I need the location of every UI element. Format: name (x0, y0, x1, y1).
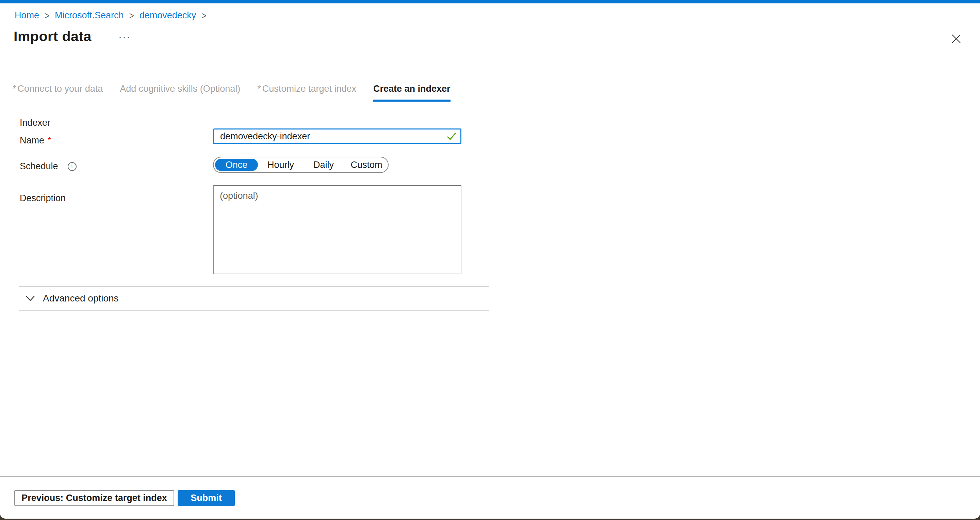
previous-step-button[interactable]: Previous: Customize target index (14, 490, 174, 506)
tab-label: Create an indexer (373, 84, 450, 94)
breadcrumb-demovedecky-link[interactable]: demovedecky (140, 10, 196, 21)
indexer-section-title: Indexer (20, 117, 50, 128)
divider (19, 310, 489, 311)
schedule-option-hourly[interactable]: Hourly (259, 157, 302, 172)
close-icon[interactable] (950, 33, 962, 45)
indexer-name-field (213, 128, 461, 144)
advanced-options-label: Advanced options (43, 293, 119, 304)
name-field-label: Name * (20, 135, 51, 146)
tab-connect-to-your-data[interactable]: *Connect to your data (13, 84, 103, 101)
description-textarea[interactable] (213, 185, 461, 274)
import-data-panel: Home > Microsoft.Search > demovedecky > … (0, 0, 980, 518)
submit-button[interactable]: Submit (178, 490, 235, 506)
chevron-down-icon (25, 295, 35, 301)
advanced-options-expander[interactable]: Advanced options (25, 292, 119, 305)
name-label-text: Name (20, 135, 44, 146)
description-field-label: Description (20, 193, 66, 204)
tab-customize-target-index[interactable]: *Customize target index (257, 84, 356, 101)
schedule-option-daily[interactable]: Daily (302, 157, 345, 172)
azure-top-accent-bar (0, 0, 980, 3)
schedule-option-label: Hourly (267, 160, 294, 170)
schedule-toggle-group: Once Hourly Daily Custom (213, 157, 388, 173)
tab-label: Connect to your data (18, 84, 103, 94)
breadcrumb-microsoft-search-link[interactable]: Microsoft.Search (55, 10, 124, 21)
wizard-tabs: *Connect to your data Add cognitive skil… (13, 84, 450, 101)
schedule-option-once[interactable]: Once (214, 157, 259, 172)
schedule-field-label: Schedule i (20, 161, 76, 172)
schedule-option-label: Daily (313, 160, 334, 170)
breadcrumb: Home > Microsoft.Search > demovedecky > (14, 10, 212, 21)
tab-add-cognitive-skills[interactable]: Add cognitive skills (Optional) (120, 84, 240, 101)
info-icon[interactable]: i (68, 162, 76, 171)
schedule-label-text: Schedule (20, 161, 58, 172)
breadcrumb-separator: > (202, 10, 206, 21)
more-options-icon[interactable]: ··· (118, 30, 130, 43)
divider (19, 286, 489, 287)
valid-check-icon (447, 132, 457, 143)
breadcrumb-separator: > (45, 10, 49, 21)
tab-required-marker: * (13, 84, 16, 94)
page-title: Import data (14, 29, 92, 44)
schedule-option-label: Once (215, 159, 258, 171)
description-label-text: Description (20, 193, 66, 204)
breadcrumb-home-link[interactable]: Home (14, 10, 39, 21)
tab-label: Add cognitive skills (Optional) (120, 84, 240, 94)
tab-label: Customize target index (262, 84, 356, 94)
footer-divider (0, 476, 980, 477)
schedule-option-label: Custom (350, 160, 382, 170)
tab-create-an-indexer[interactable]: Create an indexer (373, 84, 450, 101)
tab-required-marker: * (257, 84, 261, 94)
required-asterisk: * (48, 135, 51, 146)
breadcrumb-separator: > (129, 10, 134, 21)
schedule-option-custom[interactable]: Custom (345, 157, 388, 172)
close-x-glyph (951, 34, 961, 44)
indexer-name-input[interactable] (213, 128, 461, 144)
